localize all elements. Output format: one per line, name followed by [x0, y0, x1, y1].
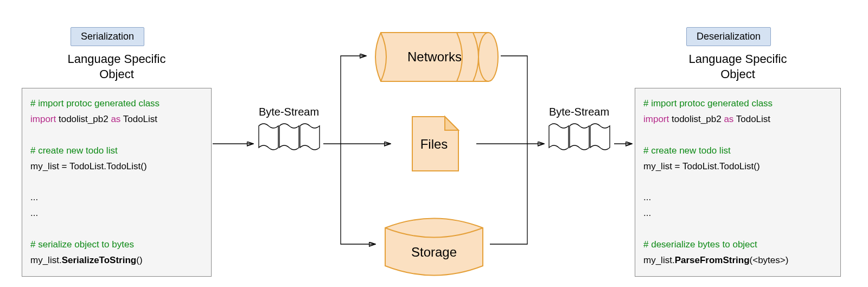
- bytestream-label: Byte-Stream: [239, 106, 339, 118]
- code-text: my_list = TodoList.TodoList(): [643, 161, 760, 171]
- bytestream-right: Byte-Stream: [529, 106, 629, 152]
- text-line: Language Specific: [67, 52, 165, 66]
- code-text: my_list.: [30, 255, 62, 265]
- code-text: ...: [643, 208, 651, 218]
- code-keyword: as: [724, 114, 733, 124]
- networks-cylinder-icon: [370, 30, 499, 84]
- code-comment: # import protoc generated class: [643, 98, 773, 109]
- text-line: Object: [720, 67, 755, 81]
- serialization-code: # import protoc generated class import t…: [22, 88, 212, 277]
- code-keyword: import: [30, 114, 56, 124]
- file-icon: [393, 114, 475, 174]
- code-text: ...: [30, 208, 38, 218]
- text-line: Language Specific: [688, 52, 787, 66]
- code-text: TodoList: [733, 114, 770, 124]
- serialization-subtitle: Language Specific Object: [22, 52, 212, 81]
- storage-node: Storage: [380, 214, 488, 282]
- serialization-badge: Serialization: [71, 27, 144, 46]
- code-text: (): [136, 255, 142, 265]
- serialization-stage: Serialization Language Specific Object #…: [22, 27, 212, 277]
- files-node: Files: [393, 114, 475, 176]
- code-comment: # deserialize bytes to object: [643, 239, 757, 250]
- code-text: my_list.: [643, 255, 675, 265]
- code-keyword: as: [111, 114, 120, 124]
- code-comment: # import protoc generated class: [30, 98, 159, 109]
- deserialization-badge: Deserialization: [686, 27, 771, 46]
- code-text: todolist_pb2: [56, 114, 111, 124]
- text-line: Object: [99, 67, 134, 81]
- code-method: ParseFromString: [675, 255, 750, 265]
- deserialization-subtitle: Language Specific Object: [635, 52, 841, 81]
- code-comment: # serialize object to bytes: [30, 239, 134, 250]
- deserialization-code: # import protoc generated class import t…: [635, 88, 841, 277]
- networks-node: Networks: [370, 30, 499, 86]
- code-method: SerializeToString: [62, 255, 137, 265]
- storage-cylinder-icon: [380, 214, 488, 279]
- code-text: ...: [30, 192, 38, 202]
- code-keyword: import: [643, 114, 669, 124]
- deserialization-stage: Deserialization Language Specific Object…: [635, 27, 841, 277]
- code-text: (<bytes>): [750, 255, 789, 265]
- code-comment: # create new todo list: [643, 145, 731, 156]
- code-text: ...: [643, 192, 651, 202]
- bytestream-left: Byte-Stream: [239, 106, 339, 152]
- bytestream-label: Byte-Stream: [529, 106, 629, 118]
- code-text: my_list = TodoList.TodoList(): [30, 161, 147, 171]
- bytestream-docs-icon: [239, 122, 339, 152]
- code-text: TodoList: [120, 114, 157, 124]
- svg-point-4: [478, 33, 498, 81]
- code-comment: # create new todo list: [30, 145, 118, 156]
- code-text: todolist_pb2: [669, 114, 724, 124]
- bytestream-docs-icon: [529, 122, 629, 152]
